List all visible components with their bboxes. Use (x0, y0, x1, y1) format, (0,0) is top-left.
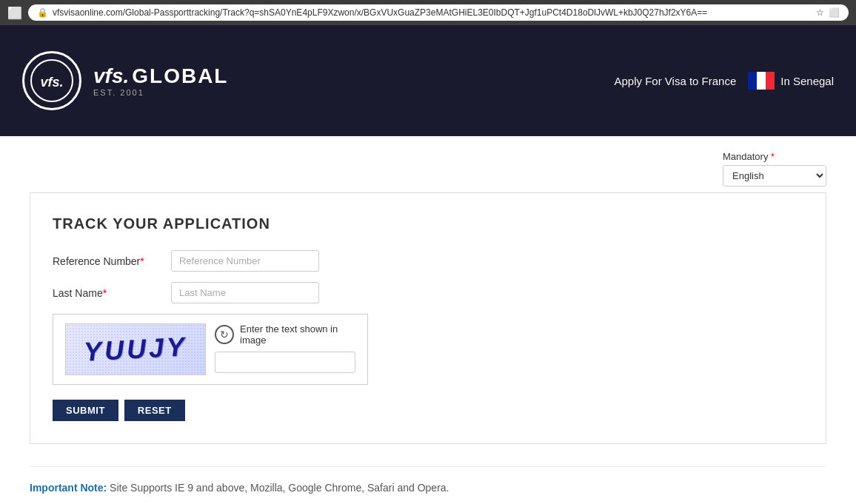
star-icon[interactable]: ☆ (816, 7, 824, 18)
submit-button[interactable]: SUBMIT (53, 400, 118, 421)
content-wrapper: Mandatory * English French Spanish Arabi… (0, 136, 856, 504)
captcha-instruction: Enter the text shown in image (240, 323, 338, 346)
reference-number-label: Reference Number* (53, 255, 171, 267)
logo-text-area: vfs. GLOBAL EST. 2001 (93, 64, 228, 97)
track-section: TRACK YOUR APPLICATION Reference Number*… (30, 192, 826, 444)
header-right: Apply For Visa to France In Senegal (614, 72, 834, 90)
top-right-controls: Mandatory * English French Spanish Arabi… (30, 151, 826, 187)
captcha-refresh-button[interactable]: ↻ (215, 325, 234, 344)
flag-white (757, 72, 766, 90)
captcha-input[interactable] (215, 352, 355, 373)
track-title: TRACK YOUR APPLICATION (53, 215, 803, 232)
mandatory-area: Mandatory * English French Spanish Arabi… (723, 151, 826, 187)
apply-visa-link[interactable]: Apply For Visa to France (614, 75, 736, 87)
country-label: In Senegal (780, 75, 834, 87)
logo-main-line: vfs. GLOBAL (93, 64, 228, 88)
last-name-row: Last Name* (53, 282, 803, 303)
browser-tab-icon: ⬜ (7, 6, 22, 20)
page-wrapper: vfs. vfs. GLOBAL EST. 2001 Apply For Vis… (0, 25, 856, 504)
last-name-required-star: * (103, 287, 107, 299)
important-note-label: Important Note: (30, 482, 107, 494)
mandatory-label: Mandatory * (723, 151, 775, 162)
extension-icon[interactable]: ⬜ (829, 7, 840, 18)
reference-number-input[interactable] (171, 250, 319, 272)
france-flag (748, 72, 775, 90)
address-text: vfsvisaonline.com/Global-Passporttrackin… (53, 7, 812, 18)
captcha-box: YUUJY ↻ Enter the text shown in image (53, 314, 368, 385)
btn-row: SUBMIT RESET (53, 400, 803, 421)
svg-text:vfs.: vfs. (40, 75, 63, 90)
reset-button[interactable]: RESET (124, 400, 185, 421)
important-note-text: Site Supports IE 9 and above, Mozilla, G… (110, 482, 449, 494)
address-bar[interactable]: 🔒 vfsvisaonline.com/Global-Passporttrack… (28, 4, 849, 21)
logo-circle: vfs. (22, 51, 81, 110)
reference-required-star: * (140, 255, 144, 267)
site-header: vfs. vfs. GLOBAL EST. 2001 Apply For Vis… (0, 25, 856, 136)
important-note: Important Note: Site Supports IE 9 and a… (30, 466, 826, 494)
secure-icon: 🔒 (37, 7, 48, 18)
browser-chrome: ⬜ 🔒 vfsvisaonline.com/Global-Passporttra… (0, 0, 856, 25)
logo-global-text: GLOBAL (132, 64, 228, 88)
vfs-logo-svg: vfs. (30, 58, 74, 103)
captcha-text-visual: YUUJY (83, 331, 188, 367)
flag-red (766, 72, 775, 90)
logo-vfs-text: vfs. (93, 64, 129, 88)
reference-number-row: Reference Number* (53, 250, 803, 272)
captcha-info-row: ↻ Enter the text shown in image (215, 323, 338, 346)
last-name-label: Last Name* (53, 287, 171, 299)
mandatory-asterisk: * (771, 151, 775, 162)
language-select[interactable]: English French Spanish Arabic (723, 165, 826, 187)
flag-blue (748, 72, 757, 90)
last-name-input[interactable] (171, 282, 319, 303)
captcha-image: YUUJY (65, 323, 206, 375)
logo-area: vfs. vfs. GLOBAL EST. 2001 (22, 51, 228, 110)
logo-tagline: EST. 2001 (93, 88, 228, 97)
captcha-right: ↻ Enter the text shown in image (215, 323, 355, 373)
country-flag-area: In Senegal (748, 72, 834, 90)
